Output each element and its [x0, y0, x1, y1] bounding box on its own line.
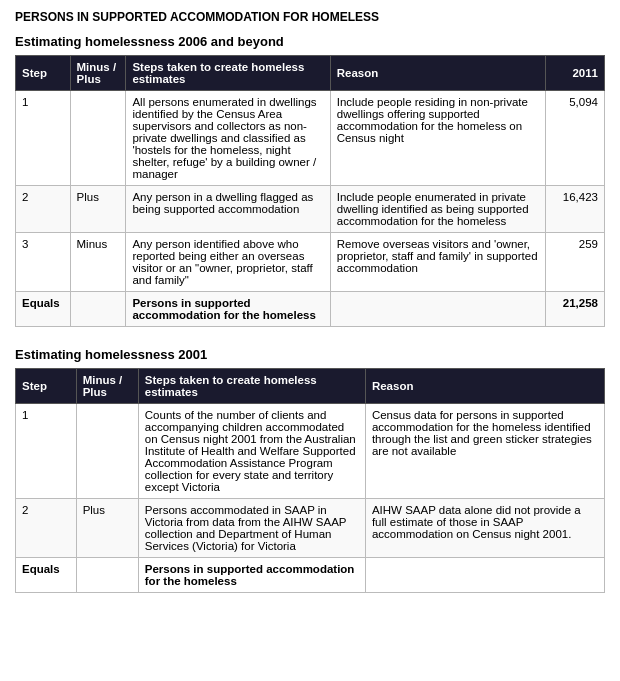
cell-step: 1 [16, 404, 77, 499]
cell-reason: Census data for persons in supported acc… [365, 404, 604, 499]
table-row: 2PlusAny person in a dwelling flagged as… [16, 186, 605, 233]
cell-value: 259 [545, 233, 604, 292]
cell-reason [365, 558, 604, 593]
cell-step: 1 [16, 91, 71, 186]
header-steps: Steps taken to create homeless estimates [126, 56, 330, 91]
cell-minus [70, 91, 126, 186]
cell-minus: Plus [70, 186, 126, 233]
header-minus: Minus / Plus [70, 56, 126, 91]
header-reason: Reason [330, 56, 545, 91]
section1-header-row: Step Minus / Plus Steps taken to create … [16, 56, 605, 91]
cell-steps: Any person identified above who reported… [126, 233, 330, 292]
table-row: EqualsPersons in supported accommodation… [16, 558, 605, 593]
cell-value: 21,258 [545, 292, 604, 327]
header-minus: Minus / Plus [76, 369, 138, 404]
cell-reason: Include people residing in non-private d… [330, 91, 545, 186]
table-row: 1All persons enumerated in dwellings ide… [16, 91, 605, 186]
header-step: Step [16, 56, 71, 91]
cell-reason: AIHW SAAP data alone did not provide a f… [365, 499, 604, 558]
section1-title: Estimating homelessness 2006 and beyond [15, 34, 605, 49]
cell-reason [330, 292, 545, 327]
table-row: EqualsPersons in supported accommodation… [16, 292, 605, 327]
cell-value: 16,423 [545, 186, 604, 233]
section2-header-row: Step Minus / Plus Steps taken to create … [16, 369, 605, 404]
cell-minus: Minus [70, 233, 126, 292]
cell-minus [70, 292, 126, 327]
cell-value: 5,094 [545, 91, 604, 186]
table-row: 1Counts of the number of clients and acc… [16, 404, 605, 499]
cell-minus [76, 558, 138, 593]
cell-steps: Persons accommodated in SAAP in Victoria… [138, 499, 365, 558]
table-row: 2PlusPersons accommodated in SAAP in Vic… [16, 499, 605, 558]
page-title: PERSONS IN SUPPORTED ACCOMMODATION FOR H… [15, 10, 605, 24]
header-2011: 2011 [545, 56, 604, 91]
cell-steps: Counts of the number of clients and acco… [138, 404, 365, 499]
cell-steps: Persons in supported accommodation for t… [138, 558, 365, 593]
cell-step: Equals [16, 558, 77, 593]
cell-steps: Persons in supported accommodation for t… [126, 292, 330, 327]
cell-steps: Any person in a dwelling flagged as bein… [126, 186, 330, 233]
section2-table: Step Minus / Plus Steps taken to create … [15, 368, 605, 593]
section1-table: Step Minus / Plus Steps taken to create … [15, 55, 605, 327]
cell-step: 2 [16, 499, 77, 558]
header-step: Step [16, 369, 77, 404]
cell-minus [76, 404, 138, 499]
cell-reason: Remove overseas visitors and 'owner, pro… [330, 233, 545, 292]
cell-minus: Plus [76, 499, 138, 558]
header-reason: Reason [365, 369, 604, 404]
table-row: 3MinusAny person identified above who re… [16, 233, 605, 292]
cell-step: Equals [16, 292, 71, 327]
cell-step: 3 [16, 233, 71, 292]
header-steps: Steps taken to create homeless estimates [138, 369, 365, 404]
cell-step: 2 [16, 186, 71, 233]
cell-reason: Include people enumerated in private dwe… [330, 186, 545, 233]
section2-title: Estimating homelessness 2001 [15, 347, 605, 362]
cell-steps: All persons enumerated in dwellings iden… [126, 91, 330, 186]
